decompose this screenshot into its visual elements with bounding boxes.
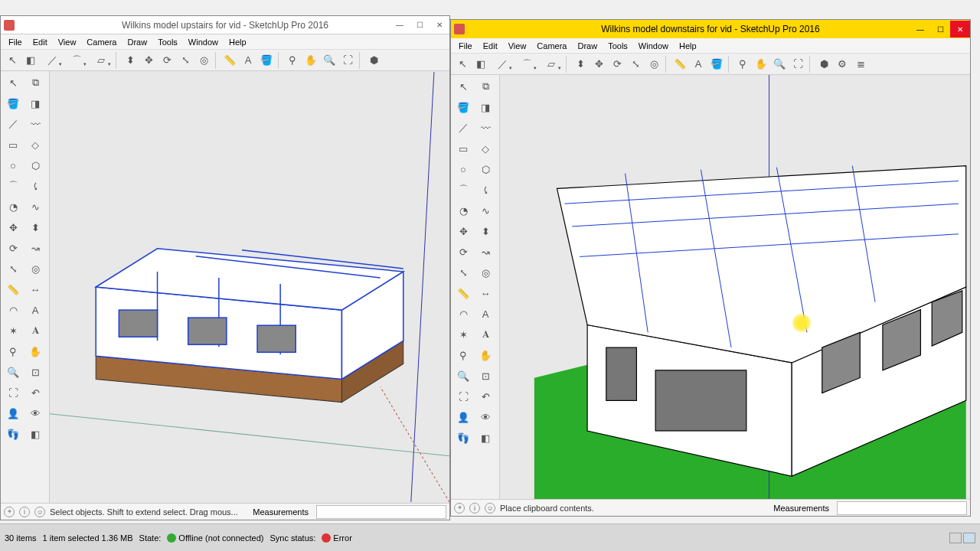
arc-icon[interactable]: ⌒ xyxy=(2,176,24,196)
viewport[interactable] xyxy=(500,75,970,499)
line-icon[interactable]: ／ xyxy=(2,114,24,134)
offset-icon[interactable]: ◎ xyxy=(24,259,46,279)
menu-tools[interactable]: Tools xyxy=(603,40,632,52)
menu-view[interactable]: View xyxy=(54,36,81,48)
pushpull-tool[interactable]: ⬍ xyxy=(122,52,139,69)
view-thumbs-icon[interactable] xyxy=(963,533,975,543)
titlebar[interactable]: Wilkins model upstairs for vid - SketchU… xyxy=(1,16,449,34)
section-icon[interactable]: ◧ xyxy=(24,424,46,444)
zoom-tool[interactable]: 🔍 xyxy=(771,56,788,73)
eraser-icon[interactable]: ◨ xyxy=(475,97,496,117)
rotated-rect-icon[interactable]: ◇ xyxy=(24,135,46,155)
menu-view[interactable]: View xyxy=(504,40,531,52)
pushpull-icon[interactable]: ⬍ xyxy=(24,217,46,237)
text-tool[interactable]: A xyxy=(240,52,256,69)
scale-icon[interactable]: ⤡ xyxy=(452,262,474,282)
line-tool[interactable]: ／ xyxy=(491,56,514,73)
text-icon[interactable]: A xyxy=(475,304,496,324)
paint-tool[interactable]: 🪣 xyxy=(708,56,725,73)
measurements-input[interactable] xyxy=(837,501,967,515)
curve-icon[interactable]: ∿ xyxy=(24,197,46,217)
tape-icon[interactable]: 📏 xyxy=(2,279,24,299)
text-icon[interactable]: A xyxy=(24,300,46,320)
extensions-tool[interactable]: ⚙ xyxy=(834,56,851,73)
menu-help[interactable]: Help xyxy=(224,36,251,48)
warehouse-tool[interactable]: ⬢ xyxy=(365,52,382,69)
pie-icon[interactable]: ◔ xyxy=(452,201,474,220)
move-tool[interactable]: ✥ xyxy=(140,52,157,69)
rotate-tool[interactable]: ⟳ xyxy=(609,56,626,73)
arc2-icon[interactable]: ⤹ xyxy=(475,180,496,200)
zoom-window-icon[interactable]: ⊡ xyxy=(475,366,496,386)
dimension-icon[interactable]: ↔ xyxy=(24,279,46,299)
arc-icon[interactable]: ⌒ xyxy=(452,180,474,200)
move-icon[interactable]: ✥ xyxy=(452,221,474,241)
paint-icon[interactable]: 🪣 xyxy=(452,97,474,117)
credits-icon[interactable]: i xyxy=(19,507,30,517)
make-component-icon[interactable]: ⧉ xyxy=(24,73,46,93)
credits-icon[interactable]: i xyxy=(469,503,480,514)
tape-tool[interactable]: 📏 xyxy=(221,52,238,69)
rectangle-icon[interactable]: ▭ xyxy=(452,139,474,158)
menu-file[interactable]: File xyxy=(4,36,27,48)
eraser-tool[interactable]: ◧ xyxy=(22,52,39,69)
minimize-button[interactable]: — xyxy=(390,17,410,34)
rectangle-icon[interactable]: ▭ xyxy=(2,135,24,155)
rotated-rect-icon[interactable]: ◇ xyxy=(475,139,496,158)
pie-icon[interactable]: ◔ xyxy=(2,197,24,217)
orbit-tool[interactable]: ⚲ xyxy=(284,52,301,69)
arc2-icon[interactable]: ⤹ xyxy=(24,176,46,196)
polygon-icon[interactable]: ⬡ xyxy=(24,155,46,175)
previous-icon[interactable]: ↶ xyxy=(475,386,496,406)
move-icon[interactable]: ✥ xyxy=(2,217,24,237)
offset-icon[interactable]: ◎ xyxy=(475,262,496,282)
circle-icon[interactable]: ○ xyxy=(2,155,24,175)
rotate-tool[interactable]: ⟳ xyxy=(158,52,175,69)
line-icon[interactable]: ／ xyxy=(452,118,474,138)
protractor-icon[interactable]: ◠ xyxy=(452,304,474,324)
zoom-tool[interactable]: 🔍 xyxy=(321,52,338,69)
menu-draw[interactable]: Draw xyxy=(573,40,602,52)
text-tool[interactable]: A xyxy=(690,56,707,73)
axes-icon[interactable]: ✶ xyxy=(2,321,24,341)
zoom-extents-icon[interactable]: ⛶ xyxy=(452,386,474,406)
maximize-button[interactable]: ☐ xyxy=(930,21,950,37)
3dtext-icon[interactable]: 𝐀 xyxy=(24,321,46,341)
 followme-icon[interactable]: ↝ xyxy=(475,242,496,262)
paint-tool[interactable]: 🪣 xyxy=(258,52,275,69)
minimize-button[interactable]: — xyxy=(910,21,930,37)
offset-tool[interactable]: ◎ xyxy=(195,52,212,69)
circle-icon[interactable]: ○ xyxy=(452,159,474,179)
polygon-icon[interactable]: ⬡ xyxy=(475,159,496,179)
zoom-icon[interactable]: 🔍 xyxy=(2,362,24,382)
pushpull-tool[interactable]: ⬍ xyxy=(572,56,589,73)
measurements-input[interactable] xyxy=(316,505,446,519)
menu-window[interactable]: Window xyxy=(184,36,223,48)
titlebar[interactable]: Wilkins model downstairs for vid - Sketc… xyxy=(451,20,970,38)
menu-tools[interactable]: Tools xyxy=(153,36,182,48)
menu-edit[interactable]: Edit xyxy=(479,40,502,52)
make-component-icon[interactable]: ⧉ xyxy=(475,77,496,96)
arc-tool[interactable]: ⌒ xyxy=(515,56,538,73)
tape-icon[interactable]: 📏 xyxy=(452,283,474,303)
section-icon[interactable]: ◧ xyxy=(475,428,496,448)
select-tool[interactable]: ↖ xyxy=(454,56,471,73)
pan-icon[interactable]: ✋ xyxy=(24,341,46,361)
menu-window[interactable]: Window xyxy=(634,40,673,52)
zoom-window-icon[interactable]: ⊡ xyxy=(24,362,46,382)
zoom-extents-icon[interactable]: ⛶ xyxy=(2,383,24,403)
menu-camera[interactable]: Camera xyxy=(532,40,571,52)
pan-tool[interactable]: ✋ xyxy=(753,56,769,73)
look-around-icon[interactable]: 👁 xyxy=(24,403,46,423)
line-tool[interactable]: ／ xyxy=(41,52,64,69)
view-details-icon[interactable] xyxy=(949,533,962,543)
zoom-extents-tool[interactable]: ⛶ xyxy=(789,56,806,73)
zoom-icon[interactable]: 🔍 xyxy=(452,366,474,386)
shape-tool[interactable]: ▱ xyxy=(540,56,563,73)
axes-icon[interactable]: ✶ xyxy=(452,324,474,344)
rotate-icon[interactable]: ⟳ xyxy=(452,242,474,262)
offset-tool[interactable]: ◎ xyxy=(645,56,662,73)
orbit-icon[interactable]: ⚲ xyxy=(2,341,24,361)
arc-tool[interactable]: ⌒ xyxy=(65,52,88,69)
menu-edit[interactable]: Edit xyxy=(28,36,52,48)
